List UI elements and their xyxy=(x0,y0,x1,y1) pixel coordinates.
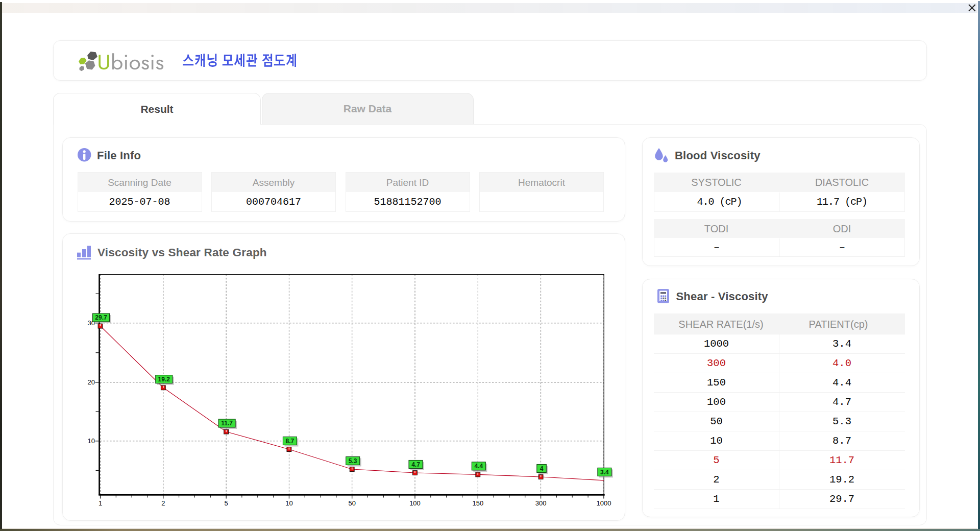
svg-text:20: 20 xyxy=(88,378,95,386)
svg-text:2: 2 xyxy=(161,499,165,507)
svg-text:4.4: 4.4 xyxy=(474,463,483,470)
svg-text:50: 50 xyxy=(348,499,355,507)
svg-text:4: 4 xyxy=(540,465,544,472)
svg-text:4.7: 4.7 xyxy=(411,461,420,468)
svg-text:1: 1 xyxy=(99,499,102,507)
svg-text:19.2: 19.2 xyxy=(158,376,170,383)
svg-text:10: 10 xyxy=(285,499,292,507)
svg-text:11.7: 11.7 xyxy=(221,420,233,427)
svg-text:5: 5 xyxy=(224,499,228,507)
svg-text:8.7: 8.7 xyxy=(286,438,295,445)
svg-text:10: 10 xyxy=(88,437,95,445)
svg-text:1000: 1000 xyxy=(596,499,611,507)
svg-text:300: 300 xyxy=(535,499,547,507)
svg-text:29.7: 29.7 xyxy=(95,314,107,321)
svg-text:100: 100 xyxy=(409,499,421,507)
svg-text:5.3: 5.3 xyxy=(349,457,357,465)
svg-text:150: 150 xyxy=(472,499,483,507)
svg-text:3.4: 3.4 xyxy=(600,469,609,476)
